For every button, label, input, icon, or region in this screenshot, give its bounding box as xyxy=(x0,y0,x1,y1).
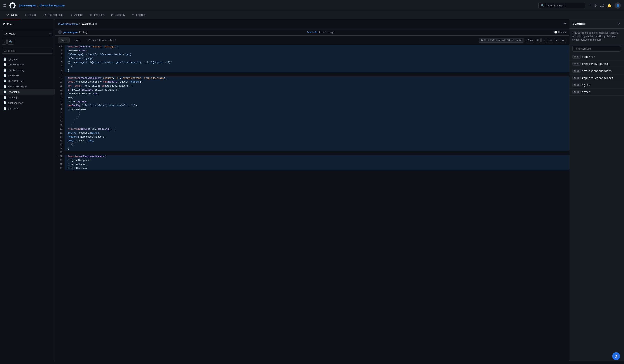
file-item-yarn[interactable]: 📄 yarn.lock xyxy=(0,105,55,111)
file-item-readme[interactable]: 📄 README.md xyxy=(0,78,55,84)
symbols-filter-input[interactable] xyxy=(572,46,621,52)
code-line-3[interactable]: `${message}, clientIp: ${request.headers… xyxy=(65,53,569,57)
header-actions: + ⊙ ⎇ 🔔 👤 xyxy=(589,2,621,9)
branch-selector[interactable]: ⎇ main ▾ xyxy=(1,30,53,37)
code-line-7[interactable]: } xyxy=(65,68,569,72)
code-line-1[interactable]: function logError(request, message) { xyxy=(65,45,569,49)
code-line-28[interactable] xyxy=(65,151,569,155)
commit-author[interactable]: jonssonyan xyxy=(63,30,78,33)
nav-security[interactable]: ⛨ Security xyxy=(108,11,129,19)
code-line-27[interactable]: } xyxy=(65,147,569,151)
copilot-badge[interactable]: ⬟ Code 55% faster with GitHub Copilot xyxy=(479,38,524,43)
code-line-15[interactable]: value.replace( xyxy=(65,100,569,104)
code-line-29[interactable]: function setResponseHeaders( xyxy=(65,155,569,158)
file-item-docker[interactable]: 📄 docker.js xyxy=(0,95,55,100)
code-line-31[interactable]: proxyHostname, xyxy=(65,162,569,166)
line-number: 21 xyxy=(56,123,63,127)
code-line-8[interactable] xyxy=(65,72,569,76)
symbol-item-setResponseHeaders[interactable]: func setResponseHeaders xyxy=(569,67,624,75)
code-line-2[interactable]: console.error( xyxy=(65,49,569,53)
issue-icon[interactable]: ⊙ xyxy=(594,3,597,8)
code-line-4[interactable]: "cf-connecting-ip" xyxy=(65,57,569,60)
main-layout: ⊟ Files ⎇ main ▾ + 🔍 📄 .gitignore 📄 .pre… xyxy=(0,19,624,362)
fold-icon[interactable]: ▾ xyxy=(59,76,60,80)
code-line-26[interactable]: }); xyxy=(65,143,569,147)
code-line-19[interactable]: ); xyxy=(65,115,569,119)
symbol-item-fetch[interactable]: func fetch xyxy=(569,89,624,96)
download-button[interactable]: ⬇ xyxy=(541,38,547,43)
code-line-16[interactable]: new RegExp(`(?<!\\.)\\b${originHostname}… xyxy=(65,104,569,107)
more-options-button[interactable]: ••• xyxy=(562,22,566,26)
raw-button[interactable]: Raw xyxy=(526,38,535,43)
code-line-21[interactable]: } xyxy=(65,123,569,127)
symbols-filter-container xyxy=(569,44,624,53)
repo-link[interactable]: cf-workers-proxy xyxy=(58,22,78,26)
more-code-options[interactable]: ▾ xyxy=(554,38,559,43)
file-item-readme-en[interactable]: 📄 README_EN.md xyxy=(0,84,55,89)
symbols-close-button[interactable]: ✕ xyxy=(618,22,621,26)
file-item-worker[interactable]: 📄 _worker.js xyxy=(0,89,55,95)
code-line-6[interactable]: ); xyxy=(65,64,569,68)
nav-insights[interactable]: ≈ Insights xyxy=(129,11,148,19)
code-line-24[interactable]: headers: newRequestHeaders, xyxy=(65,135,569,139)
line-number: 28 xyxy=(56,151,63,155)
commit-hash[interactable]: 5de176e xyxy=(307,30,317,33)
code-line-18[interactable]: ) xyxy=(65,111,569,115)
avatar[interactable]: 👤 xyxy=(615,2,621,9)
symbol-badge: func xyxy=(572,83,580,87)
code-line-11[interactable]: for (const [key, value] of newRequestHea… xyxy=(65,84,569,88)
file-item-prettierrc[interactable]: 📄 .prettierrc.cjs.js xyxy=(0,67,55,73)
pr-icon[interactable]: ⎇ xyxy=(600,3,604,8)
code-line-25[interactable]: body: request.body, xyxy=(65,139,569,143)
symbol-item-nginx[interactable]: func nginx xyxy=(569,81,624,89)
wrap-button[interactable]: ⌯ xyxy=(560,38,566,43)
nav-actions[interactable]: ▷ Actions xyxy=(67,11,86,19)
fold-icon[interactable]: ▾ xyxy=(59,45,60,49)
symbol-item-logError[interactable]: func logError xyxy=(569,53,624,60)
code-line-12[interactable]: if (value.includes(originHostname)) { xyxy=(65,88,569,92)
breadcrumb-repo[interactable]: cf-workers-proxy xyxy=(39,4,65,7)
code-line-30[interactable]: originalResponse, xyxy=(65,158,569,162)
github-logo[interactable] xyxy=(9,2,16,9)
code-line-22[interactable]: return new Request(url.toString(), { xyxy=(65,127,569,131)
code-line-20[interactable]: } xyxy=(65,119,569,123)
code-line-5[interactable]: )}, user-agent: ${request.headers.get("u… xyxy=(65,60,569,64)
code-line-17[interactable]: proxyHostname xyxy=(65,107,569,111)
breadcrumb-user[interactable]: jonssonyan xyxy=(19,4,36,7)
code-line-23[interactable]: method: request.method, xyxy=(65,131,569,135)
code-line-32[interactable]: originHostname, xyxy=(65,166,569,170)
line-number: 15 xyxy=(56,100,63,104)
code-line-9[interactable]: function createNewRequest(request, url, … xyxy=(65,76,569,80)
notification-icon[interactable]: 🔔 xyxy=(607,3,611,8)
nav-projects[interactable]: ⊞ Projects xyxy=(87,11,107,19)
symbol-name: createNewRequest xyxy=(582,62,609,65)
global-search[interactable]: 🔍 Type / to search xyxy=(538,2,585,8)
symbol-item-replaceResponseText[interactable]: func replaceResponseText xyxy=(569,75,624,81)
file-item-license[interactable]: 📄 LICENSE xyxy=(0,73,55,78)
symbol-item-createNewRequest[interactable]: func createNewRequest xyxy=(569,60,624,67)
edit-button[interactable]: ✏ xyxy=(548,38,553,43)
nav-code[interactable]: <> Code xyxy=(3,11,21,19)
accessibility-widget[interactable]: ♿ xyxy=(612,352,620,360)
file-item-prettierignore[interactable]: 📄 .prettierignore xyxy=(0,62,55,67)
code-line-13[interactable]: newRequestHeaders.set( xyxy=(65,92,569,96)
line-number: 30 xyxy=(56,158,63,162)
search-files-button[interactable]: 🔍 xyxy=(7,39,14,45)
copy-button[interactable]: ⧉ xyxy=(535,38,541,43)
menu-button[interactable]: ☰ xyxy=(3,3,6,8)
add-icon[interactable]: + xyxy=(589,3,591,7)
code-line-10[interactable]: const newRequestHeaders = new Headers(re… xyxy=(65,80,569,84)
history-link[interactable]: 🕒 History xyxy=(554,30,566,33)
file-search-input[interactable] xyxy=(1,48,53,54)
add-file-button[interactable]: + xyxy=(1,39,7,45)
copy-path-icon[interactable]: ⧉ xyxy=(95,22,97,26)
nav-issues[interactable]: ○ Issues xyxy=(22,11,39,19)
fold-icon[interactable]: ▾ xyxy=(58,155,59,158)
tab-blame[interactable]: Blame xyxy=(71,37,84,43)
nav-pull-requests[interactable]: ⎇ Pull requests xyxy=(40,11,67,19)
file-item-package[interactable]: 📄 package.json xyxy=(0,100,55,105)
code-line-14[interactable]: key, xyxy=(65,96,569,100)
file-item-gitignore[interactable]: 📄 .gitignore xyxy=(0,56,55,62)
tab-code[interactable]: Code xyxy=(58,37,70,43)
file-path: cf-workers-proxy / _worker.js ⧉ xyxy=(58,22,97,26)
